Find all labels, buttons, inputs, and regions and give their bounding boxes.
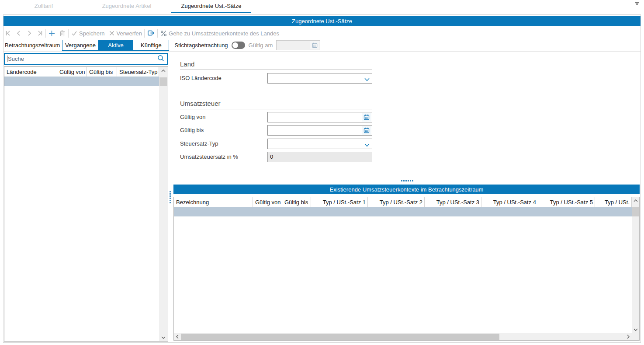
umsatzsteuersatz-value: 0 xyxy=(270,153,273,160)
land-section-line xyxy=(180,70,372,70)
column-header[interactable]: Typ / USt.-Satz 3 xyxy=(425,197,481,207)
gueltig-von-label: Gültig von xyxy=(180,112,206,122)
panel-title-text: Zugeordnete Ust.-Sätze xyxy=(292,18,352,24)
toolbar-separator xyxy=(45,29,46,38)
gueltig-bis-field[interactable] xyxy=(267,125,372,136)
discard-icon[interactable] xyxy=(108,30,115,37)
calendar-icon[interactable] xyxy=(362,113,371,122)
active-tab-underline xyxy=(171,12,251,13)
segment-vergangene[interactable]: Vergangene xyxy=(62,40,98,50)
bottom-panel-title: Existierende Umsatzsteuerkontexte im Bet… xyxy=(173,185,640,194)
column-header[interactable]: Gültig bis xyxy=(87,67,117,77)
column-header[interactable]: Steuersatz-Typ xyxy=(117,67,159,77)
calendar-icon xyxy=(310,41,319,49)
scroll-up-icon[interactable] xyxy=(632,197,639,204)
tab-zugeordnete-ust-saetze[interactable]: Zugeordnete Ust.-Sätze xyxy=(172,0,251,12)
chevron-down-icon xyxy=(364,76,370,83)
umsatzsteuerkontexte-table: BezeichnungGültig vonGültig bisTyp / USt… xyxy=(173,197,640,341)
gueltig-von-field[interactable] xyxy=(267,112,372,122)
toggle-knob xyxy=(232,42,238,48)
panel-title: Zugeordnete Ust.-Sätze xyxy=(3,16,641,26)
search-box[interactable]: Suche xyxy=(4,53,168,65)
umsatzsteuer-section-line xyxy=(180,109,372,109)
umsatzsteuersatz-field: 0 xyxy=(267,152,372,162)
page-root: Zolltarif Zugeordnete Artikel Zugeordnet… xyxy=(0,0,644,345)
save-button[interactable]: Speichern xyxy=(79,30,105,37)
vertical-splitter-handle[interactable] xyxy=(170,191,171,203)
column-header[interactable]: Bezeichnung xyxy=(174,197,253,207)
toolbar-separator xyxy=(157,29,158,38)
toolbar-bottom-separator xyxy=(3,51,641,52)
scroll-right-icon[interactable] xyxy=(625,333,632,340)
open-record-icon[interactable] xyxy=(147,29,155,37)
bottom-table-header: BezeichnungGültig vonGültig bisTyp / USt… xyxy=(174,197,639,207)
bottom-table-vscrollbar[interactable] xyxy=(632,197,639,340)
scroll-left-icon[interactable] xyxy=(174,333,181,340)
text-cursor xyxy=(7,56,7,62)
column-header[interactable]: Gültig von xyxy=(253,197,282,207)
tab-zolltarif[interactable]: Zolltarif xyxy=(22,0,66,12)
bottom-table-hscrollbar[interactable] xyxy=(174,333,632,340)
column-header[interactable]: Typ / USt.-Satz 2 xyxy=(368,197,425,207)
tab-zugeordnete-artikel[interactable]: Zugeordnete Artikel xyxy=(94,0,159,12)
iso-laendercode-label: ISO Ländercode xyxy=(180,73,222,84)
gueltig-am-label: Gültig am xyxy=(249,42,273,49)
chevron-down-icon xyxy=(364,142,370,148)
left-table-vscrollbar[interactable] xyxy=(159,67,168,341)
betrachtungszeitraum-label: Betrachtungszeitraum xyxy=(5,42,60,49)
stichtag-toggle[interactable] xyxy=(232,42,245,49)
laendercode-table: LändercodeGültig vonGültig bisSteuersatz… xyxy=(4,66,168,342)
left-table-header: LändercodeGültig vonGültig bisSteuersatz… xyxy=(4,67,168,77)
save-icon[interactable] xyxy=(71,30,78,37)
segment-kuenftige[interactable]: Künftige xyxy=(133,40,169,50)
toolbar-separator xyxy=(68,29,69,38)
calendar-icon[interactable] xyxy=(362,126,371,135)
column-header[interactable]: Typ / USt.-Satz 1 xyxy=(311,197,368,207)
column-header[interactable]: Gültig bis xyxy=(282,197,311,207)
bottom-panel-title-text: Existierende Umsatzsteuerkontexte im Bet… xyxy=(330,186,484,193)
goto-ust-kontexte-button[interactable]: Gehe zu Umsatzsteuerkontexte des Landes xyxy=(169,30,279,37)
steuersatz-typ-select[interactable] xyxy=(267,139,372,149)
toolbar: Speichern Verwerfen Gehe zu Umsatzsteuer… xyxy=(5,27,279,39)
steuersatz-typ-label: Steuersatz-Typ xyxy=(180,139,218,149)
search-placeholder: Suche xyxy=(8,56,24,62)
land-section-heading: Land xyxy=(180,60,194,68)
filter-row: Betrachtungszeitraum Vergangene Aktive K… xyxy=(5,39,320,51)
scroll-thumb[interactable] xyxy=(632,207,639,216)
add-icon[interactable] xyxy=(48,30,55,37)
betrachtungszeitraum-segments: Vergangene Aktive Künftige xyxy=(62,40,169,51)
nav-last-icon[interactable] xyxy=(36,30,43,37)
delete-icon[interactable] xyxy=(59,30,66,37)
column-header[interactable]: Typ / USt.-Satz 4 xyxy=(481,197,538,207)
gueltig-am-datefield xyxy=(276,40,320,50)
scroll-thumb[interactable] xyxy=(159,77,167,86)
scroll-down-icon[interactable] xyxy=(159,334,168,341)
scroll-thumb[interactable] xyxy=(181,334,499,340)
toolbar-separator xyxy=(144,29,145,38)
iso-laendercode-select[interactable] xyxy=(267,73,372,84)
percent-icon[interactable] xyxy=(160,30,167,37)
scroll-down-icon[interactable] xyxy=(632,326,639,333)
umsatzsteuer-section-heading: Umsatzsteuer xyxy=(180,100,221,107)
stichtagsbetrachtung-label: Stichtagsbetrachtung xyxy=(174,42,228,49)
column-header[interactable]: Typ / USt.-Satz 5 xyxy=(538,197,595,207)
gueltig-bis-label: Gültig bis xyxy=(180,125,204,136)
column-header[interactable]: Ländercode xyxy=(4,67,57,77)
nav-next-icon[interactable] xyxy=(26,30,33,37)
collapse-caret-icon[interactable] xyxy=(634,1,640,7)
column-header[interactable]: Gültig von xyxy=(57,67,87,77)
horizontal-splitter-handle[interactable] xyxy=(401,180,413,181)
nav-first-icon[interactable] xyxy=(5,30,12,37)
umsatzsteuersatz-label: Umsatzsteuersatz in % xyxy=(180,152,238,162)
table-row[interactable] xyxy=(174,207,632,216)
segment-aktive[interactable]: Aktive xyxy=(98,40,133,50)
nav-prev-icon[interactable] xyxy=(15,30,22,37)
discard-button[interactable]: Verwerfen xyxy=(117,30,142,37)
table-row[interactable] xyxy=(4,77,159,86)
scroll-up-icon[interactable] xyxy=(159,67,168,74)
search-icon[interactable] xyxy=(157,54,165,63)
column-header[interactable]: Typ / USt. xyxy=(595,197,632,207)
